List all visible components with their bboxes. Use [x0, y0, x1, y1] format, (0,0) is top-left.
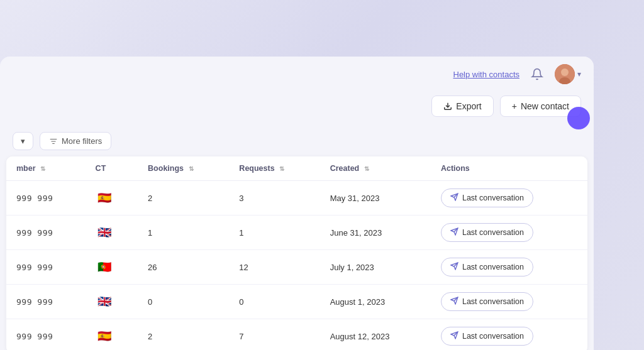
send-icon	[450, 193, 458, 203]
cell-bookings: 0	[138, 285, 229, 319]
cursor-indicator	[567, 107, 590, 129]
col-header-created: Created ⇅	[320, 156, 431, 181]
col-header-ct: CT	[86, 156, 138, 181]
col-header-actions: Actions	[431, 156, 587, 181]
last-conversation-button[interactable]: Last conversation	[441, 258, 533, 276]
table-row: 999 999 🇪🇸 2 3 May 31, 2023 Last convers…	[6, 181, 587, 216]
sort-icon: ⇅	[279, 165, 284, 172]
cell-created: May 31, 2023	[320, 181, 431, 216]
flag-icon: 🇪🇸	[96, 327, 113, 345]
send-icon	[450, 297, 458, 307]
last-conversation-button[interactable]: Last conversation	[441, 189, 533, 207]
action-label: Last conversation	[462, 332, 524, 341]
table-row: 999 999 🇬🇧 1 1 June 31, 2023 Last conver…	[6, 216, 587, 250]
user-menu[interactable]: ▾	[555, 64, 581, 84]
cell-requests: 7	[229, 319, 319, 351]
last-conversation-button[interactable]: Last conversation	[441, 327, 533, 346]
cell-requests: 12	[229, 250, 319, 285]
sort-icon: ⇅	[364, 165, 369, 172]
table-row: 999 999 🇬🇧 0 0 August 1, 2023 Last conve…	[6, 285, 587, 319]
export-button[interactable]: Export	[431, 96, 493, 117]
cell-bookings: 2	[138, 319, 229, 351]
contacts-table: mber ⇅ CT Bookings ⇅ Requests ⇅ Created	[6, 156, 587, 350]
more-filters-button[interactable]: More filters	[40, 132, 111, 150]
flag-icon: 🇬🇧	[96, 293, 113, 310]
cell-actions: Last conversation	[431, 181, 587, 216]
top-bar: Help with contacts ▾	[0, 57, 594, 92]
action-label: Last conversation	[462, 228, 524, 237]
cell-flag: 🇪🇸	[86, 181, 138, 216]
table-row: 999 999 🇪🇸 2 7 August 12, 2023 Last conv…	[6, 319, 587, 351]
action-label: Last conversation	[462, 263, 524, 271]
action-label: Last conversation	[462, 297, 524, 306]
action-label: Last conversation	[462, 194, 524, 202]
filter-bar: ▾ More filters	[0, 126, 594, 156]
last-conversation-button[interactable]: Last conversation	[441, 223, 533, 242]
cell-actions: Last conversation	[431, 250, 587, 285]
cell-flag: 🇬🇧	[86, 285, 138, 319]
help-link[interactable]: Help with contacts	[453, 70, 520, 79]
flag-icon: 🇵🇹	[96, 258, 113, 276]
avatar	[555, 64, 575, 84]
cell-created: July 1, 2023	[320, 250, 431, 285]
svg-point-1	[561, 68, 569, 76]
cell-created: August 1, 2023	[320, 285, 431, 319]
send-icon	[450, 262, 458, 272]
notifications-button[interactable]	[528, 65, 546, 83]
main-panel: Help with contacts ▾	[0, 57, 594, 350]
cell-created: August 12, 2023	[320, 319, 431, 351]
col-header-requests: Requests ⇅	[229, 156, 319, 181]
cell-requests: 1	[229, 216, 319, 250]
cell-actions: Last conversation	[431, 285, 587, 319]
cell-created: June 31, 2023	[320, 216, 431, 250]
chevron-down-icon: ▾	[577, 70, 581, 79]
send-icon	[450, 331, 458, 341]
cell-bookings: 26	[138, 250, 229, 285]
cell-actions: Last conversation	[431, 319, 587, 351]
cell-number: 999 999	[6, 319, 86, 351]
cell-flag: 🇪🇸	[86, 319, 138, 351]
col-header-number: mber ⇅	[6, 156, 86, 181]
sort-icon: ⇅	[40, 165, 45, 172]
cell-bookings: 1	[138, 216, 229, 250]
table-row: 999 999 🇵🇹 26 12 July 1, 2023 Last conve…	[6, 250, 587, 285]
cell-number: 999 999	[6, 216, 86, 250]
table-header: mber ⇅ CT Bookings ⇅ Requests ⇅ Created	[6, 156, 587, 181]
send-icon	[450, 227, 458, 238]
cell-number: 999 999	[6, 250, 86, 285]
cell-actions: Last conversation	[431, 216, 587, 250]
flag-icon: 🇬🇧	[96, 224, 113, 241]
cell-number: 999 999	[6, 285, 86, 319]
flag-icon: 🇪🇸	[96, 189, 113, 207]
last-conversation-button[interactable]: Last conversation	[441, 292, 533, 311]
cell-bookings: 2	[138, 181, 229, 216]
cell-flag: 🇵🇹	[86, 250, 138, 285]
filter-dropdown-button[interactable]: ▾	[13, 132, 33, 150]
action-bar: Export + New contact	[0, 92, 594, 126]
cell-requests: 3	[229, 181, 319, 216]
sort-icon: ⇅	[189, 165, 194, 172]
cell-number: 999 999	[6, 181, 86, 216]
col-header-bookings: Bookings ⇅	[138, 156, 229, 181]
cell-requests: 0	[229, 285, 319, 319]
cell-flag: 🇬🇧	[86, 216, 138, 250]
